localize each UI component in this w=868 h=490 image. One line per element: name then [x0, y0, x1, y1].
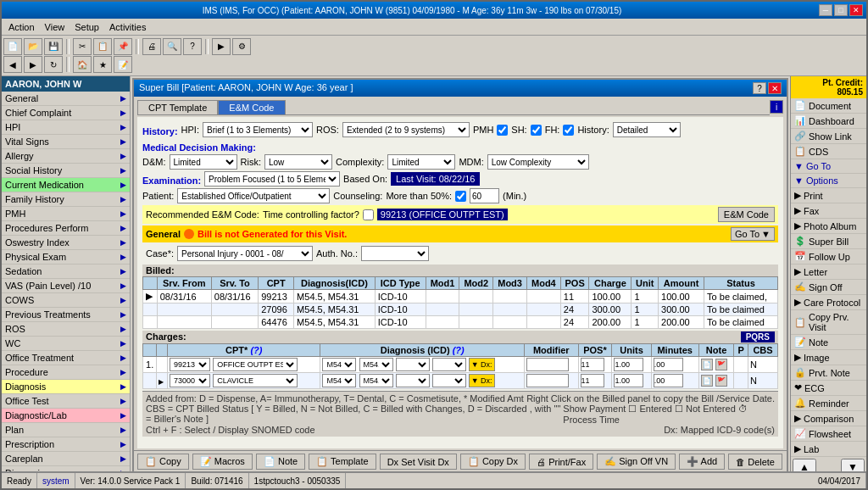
goto-button[interactable]: Go To ▼ [731, 227, 775, 241]
right-nav-document[interactable]: 📄 Document [791, 98, 866, 114]
right-nav-superbill[interactable]: 💲 Super Bill [791, 234, 866, 249]
sidebar-scroll-up[interactable]: ▲ [793, 459, 816, 471]
tb-refresh[interactable]: ↻ [44, 56, 63, 73]
nav-office-test[interactable]: Office Test▶ [2, 394, 130, 409]
delete-button[interactable]: 🗑 Delete [728, 454, 782, 470]
close-button[interactable]: ✕ [849, 4, 863, 16]
macros-button[interactable]: 📝 Macros [192, 454, 253, 470]
add-button[interactable]: ➕ Add [679, 454, 725, 470]
charge2-desc-select[interactable]: CLAVICLE [213, 374, 298, 387]
note-button[interactable]: 📄 Note [256, 454, 305, 470]
charge2-pos[interactable] [581, 374, 604, 387]
copy-dx-button[interactable]: 📋 Copy Dx [460, 454, 526, 470]
charge2-modifier[interactable] [526, 374, 569, 387]
right-nav-prvt-note[interactable]: 🔒 Prvt. Note [791, 365, 866, 381]
tab-cpt-template[interactable]: CPT Template [137, 100, 218, 115]
menu-setup[interactable]: Setup [70, 20, 104, 34]
charge2-flag-btn[interactable]: 🚩 [715, 375, 727, 387]
tb-copy[interactable]: 📋 [93, 38, 112, 55]
nav-ros[interactable]: ROS▶ [2, 322, 130, 337]
charge2-expand[interactable] [159, 376, 164, 386]
charge2-diag3-select[interactable] [396, 374, 430, 387]
nav-general[interactable]: General▶ [2, 92, 130, 106]
history-select[interactable]: Detailed [613, 122, 681, 137]
tb-new[interactable]: 📄 [3, 38, 22, 55]
menu-action[interactable]: Action [3, 20, 40, 34]
right-nav-options[interactable]: ▼ Options [791, 174, 866, 188]
table-row[interactable]: 27096 M54.5, M54.31 ICD-10 24 300.00 1 3… [143, 303, 778, 316]
charge1-flag-btn[interactable]: 🚩 [715, 359, 727, 370]
right-nav-showlink[interactable]: 🔗 Show Link [791, 129, 866, 144]
nav-sedation[interactable]: Sedation▶ [2, 264, 130, 279]
tb-paste[interactable]: 📌 [114, 38, 132, 55]
charge1-pos[interactable] [581, 358, 604, 371]
nav-physical-exam[interactable]: Physical Exam▶ [2, 250, 130, 264]
nav-cows[interactable]: COWS▶ [2, 293, 130, 308]
right-nav-note[interactable]: 📝 Note [791, 335, 866, 350]
right-nav-ecg[interactable]: ❤ ECG [791, 381, 866, 396]
right-nav-goto[interactable]: ▼ Go To [791, 159, 866, 174]
charge1-minutes[interactable] [654, 358, 683, 371]
charge1-cpt-select[interactable]: 99213 [170, 358, 210, 371]
set-visit-dx-button[interactable]: Dx Set Visit Dx [380, 454, 457, 470]
template-button[interactable]: 📋 Template [309, 454, 376, 470]
copy-button[interactable]: 📋 Copy [137, 454, 189, 470]
nav-hpi[interactable]: HPI▶ [2, 120, 130, 135]
nav-wc[interactable]: WC▶ [2, 337, 130, 351]
charge2-dx-button[interactable]: ▼ Dx: [469, 374, 495, 387]
counseling-min-input[interactable] [470, 188, 499, 203]
counseling-checkbox[interactable] [455, 191, 466, 202]
nav-vital-signs[interactable]: Vital Signs▶ [2, 135, 130, 149]
nav-office-treatment[interactable]: Office Treatment▶ [2, 351, 130, 365]
charge1-note-btn[interactable]: 📄 [701, 359, 713, 370]
menu-view[interactable]: View [40, 20, 70, 34]
tb-star[interactable]: ★ [93, 56, 112, 73]
minimize-button[interactable]: ─ [819, 4, 832, 16]
charge1-desc-select[interactable]: OFFICE OUTPT EST [213, 358, 298, 371]
right-nav-fax[interactable]: ▶ Fax [791, 203, 866, 219]
right-nav-cds[interactable]: 📋 CDS [791, 144, 866, 159]
charge2-diag1-select[interactable]: M54.5 [322, 374, 356, 387]
right-nav-copy-prv[interactable]: 📋 Copy Prv. Visit [791, 310, 866, 335]
maximize-button[interactable]: □ [834, 4, 848, 16]
nav-careplan[interactable]: Careplan▶ [2, 452, 130, 466]
time-controlling-checkbox[interactable] [363, 209, 374, 220]
dialog-close[interactable]: ✕ [768, 82, 782, 94]
mdm-select[interactable]: Low Complexity [487, 154, 589, 170]
right-nav-signoff[interactable]: ✍ Sign Off [791, 280, 866, 295]
charge2-units[interactable] [614, 374, 643, 387]
right-nav-photo-album[interactable]: ▶ Photo Album [791, 219, 866, 234]
charge2-diag2-select[interactable]: M54.31 [359, 374, 393, 387]
charge1-dx-button[interactable]: ▼ Dx: [469, 358, 495, 371]
tb-print[interactable]: 🖨 [142, 38, 161, 55]
tb-extra1[interactable]: ▶ [212, 38, 231, 55]
right-nav-print[interactable]: ▶ Print [791, 188, 866, 203]
print-fax-button[interactable]: 🖨 Print/Fax [529, 454, 593, 470]
nav-chief-complaint[interactable]: Chief Complaint▶ [2, 106, 130, 120]
tb-back[interactable]: ◀ [3, 56, 22, 73]
charge1-modifier[interactable] [526, 358, 569, 371]
charge2-minutes[interactable] [654, 374, 683, 387]
nav-current-medication[interactable]: Current Medication▶ [2, 178, 130, 192]
exam-select[interactable]: Problem Focused (1 to 5 Eleme... [204, 171, 340, 187]
right-nav-flowsheet[interactable]: 📈 Flowsheet [791, 426, 866, 442]
nav-procedure[interactable]: Procedure▶ [2, 365, 130, 380]
case-select[interactable]: Personal Injury - 0001 - 08/ [177, 246, 313, 261]
complexity-select[interactable]: Limited [387, 154, 455, 170]
sidebar-scroll-down[interactable]: ▼ [841, 459, 865, 471]
right-nav-followup[interactable]: 📅 Follow Up [791, 249, 866, 264]
ros-select[interactable]: Extended (2 to 9 systems) [342, 122, 470, 137]
nav-prescription[interactable]: Prescription▶ [2, 437, 130, 452]
right-nav-lab[interactable]: ▶ Lab [791, 442, 866, 457]
right-nav-image[interactable]: ▶ Image [791, 350, 866, 365]
nav-procedures[interactable]: Procedures Perform▶ [2, 221, 130, 236]
patient-type-select[interactable]: Established Office/Outpatient [177, 188, 330, 203]
tab-em-code[interactable]: E&M Code [218, 100, 285, 115]
right-nav-reminder[interactable]: 🔔 Reminder [791, 396, 866, 411]
charge1-diag1-select[interactable]: M54.5 [322, 358, 356, 371]
auth-select[interactable] [361, 246, 429, 261]
em-code-button[interactable]: E&M Code [718, 207, 775, 222]
dialog-help[interactable]: ? [753, 82, 766, 94]
sign-off-vn-button[interactable]: ✍ Sign Off VN [597, 454, 676, 470]
charge1-diag3-select[interactable] [396, 358, 430, 371]
